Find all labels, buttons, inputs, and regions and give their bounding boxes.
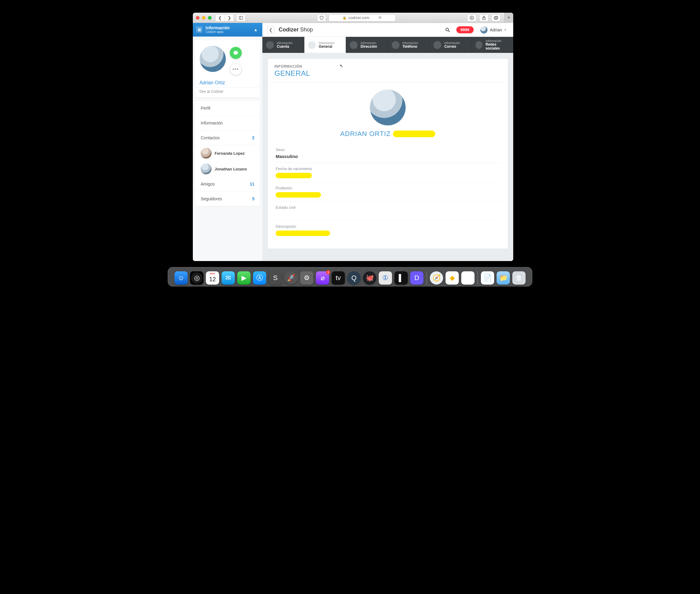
- minimize-window-button[interactable]: [202, 16, 205, 20]
- more-button[interactable]: •••: [230, 63, 242, 75]
- sidebar-icon: [239, 16, 243, 20]
- tab-icon: [434, 41, 441, 49]
- notification-badge[interactable]: 9999: [456, 26, 474, 33]
- nav-amigos[interactable]: Amigos 11: [195, 177, 260, 192]
- dock-siri[interactable]: ◎: [190, 271, 203, 285]
- profile-avatar[interactable]: [199, 45, 226, 72]
- redacted-surname: [393, 131, 435, 137]
- redacted-value: [276, 192, 321, 198]
- download-icon: [470, 16, 474, 20]
- back-button[interactable]: ❮: [267, 26, 275, 34]
- chevron-up-icon: ▲: [252, 27, 259, 32]
- tab-correo[interactable]: InformaciónCorreo: [430, 37, 472, 53]
- privacy-report-button[interactable]: [317, 14, 326, 22]
- tab-overline: Información: [319, 41, 335, 45]
- tab-label: Correo: [444, 45, 460, 48]
- new-tab-button[interactable]: +: [504, 13, 513, 23]
- field-value: [276, 211, 500, 217]
- field-value: Masculino: [276, 154, 500, 159]
- tab-icon: [392, 41, 400, 49]
- dock-1password[interactable]: ①: [379, 271, 392, 285]
- info-panel: INFORMACIÓN GENERAL ADRIAN ORTIZ: [268, 59, 508, 249]
- field-label: Estado civil: [276, 205, 500, 210]
- share-button[interactable]: [479, 14, 488, 22]
- tab-overline: Información: [403, 41, 418, 45]
- tab-cuenta[interactable]: InformaciónCuenta: [262, 37, 305, 53]
- profile-role: Dev at Codizer: [195, 88, 260, 94]
- nav-seguidores[interactable]: Seguidores 5: [195, 192, 260, 206]
- sidebar-header[interactable]: ▦ Información Codizer apps ▲: [193, 23, 262, 37]
- nav-forward-button[interactable]: ❯: [225, 14, 234, 21]
- profile-name[interactable]: Adrian Ortiz: [195, 75, 260, 88]
- tab-redes[interactable]: InformaciónRedes sociales: [472, 37, 513, 53]
- tab-direccion[interactable]: InformaciónDirección: [346, 37, 388, 53]
- dock-github[interactable]: 🐙: [363, 271, 376, 285]
- dock-facetime[interactable]: ▶: [237, 271, 251, 285]
- contact-row[interactable]: Jonathan Lozano: [195, 161, 260, 177]
- search-button[interactable]: [443, 25, 452, 34]
- tab-icon: [475, 41, 483, 49]
- dock-messages[interactable]: ✉: [222, 271, 235, 285]
- tab-overline: Información: [277, 41, 293, 45]
- chevron-left-icon: ❮: [269, 28, 273, 32]
- dock-downloads[interactable]: 📁: [497, 271, 510, 285]
- field-fecha: Fecha de nacimiento: [275, 163, 501, 182]
- svg-point-6: [446, 28, 448, 31]
- hero-name: ADRIAN ORTIZ: [340, 130, 391, 138]
- nav-seguidores-count: 5: [252, 196, 254, 201]
- dock-calendar[interactable]: NOV 12: [206, 271, 219, 285]
- field-label: Profesión: [276, 186, 500, 190]
- tab-label: General: [319, 45, 335, 48]
- tab-general[interactable]: InformaciónGeneral: [305, 37, 346, 53]
- dock-quicktime[interactable]: Q: [347, 271, 360, 285]
- svg-rect-4: [494, 17, 497, 19]
- sidebar-toggle-button[interactable]: [236, 14, 246, 22]
- contact-row[interactable]: Fernanda Lopez: [195, 145, 260, 161]
- tabs-button[interactable]: [491, 14, 501, 22]
- dock-podcasts[interactable]: ⌀1: [316, 271, 329, 285]
- url-bar[interactable]: 🔒 codizer.com ⟳: [328, 14, 396, 22]
- lock-icon: 🔒: [343, 16, 347, 20]
- dock-terminal[interactable]: ▌: [394, 271, 408, 285]
- nav-contactos-count: 2: [252, 135, 254, 140]
- svg-rect-5: [495, 16, 498, 19]
- chat-icon: [233, 50, 238, 56]
- info-tabs: InformaciónCuenta InformaciónGeneral Inf…: [262, 37, 513, 53]
- page-title-rest: Shop: [298, 27, 313, 33]
- tab-telefono[interactable]: InformaciónTeléfono: [388, 37, 430, 53]
- nav-back-button[interactable]: ❮: [216, 14, 225, 21]
- dock-separator: [478, 271, 478, 285]
- dock-appletv[interactable]: tv: [331, 271, 345, 285]
- nav-informacion[interactable]: Información: [195, 116, 260, 131]
- dock-settings[interactable]: ⚙: [300, 271, 313, 285]
- dock-trash[interactable]: 🗑: [512, 271, 526, 285]
- dock-sketch[interactable]: ◆: [446, 271, 459, 285]
- hero: ADRIAN ORTIZ: [275, 90, 501, 138]
- ellipsis-icon: •••: [233, 67, 239, 72]
- downloads-button[interactable]: [467, 14, 476, 22]
- content-scroll[interactable]: INFORMACIÓN GENERAL ADRIAN ORTIZ: [262, 53, 513, 261]
- dock-appstore[interactable]: Ⓐ: [253, 271, 266, 285]
- tabs-icon: [494, 16, 498, 20]
- dock-launchpad[interactable]: 🚀: [284, 271, 298, 285]
- reload-icon[interactable]: ⟳: [378, 15, 382, 20]
- sidebar: ▦ Información Codizer apps ▲: [193, 23, 262, 261]
- browser-window: ❮ ❯ 🔒 codizer.com ⟳: [193, 13, 513, 261]
- zoom-window-button[interactable]: [208, 16, 212, 20]
- page-title: Codizer Shop: [279, 27, 313, 33]
- contact-name: Fernanda Lopez: [215, 151, 245, 156]
- dock-sublime[interactable]: S: [269, 271, 282, 285]
- dock-dash[interactable]: D: [410, 271, 423, 285]
- nav-perfil[interactable]: Perfil: [195, 101, 260, 116]
- dock-safari[interactable]: 🧭: [430, 271, 443, 285]
- dock-app[interactable]: ✦: [461, 271, 475, 285]
- user-menu[interactable]: Adrian ▾: [478, 25, 508, 35]
- apps-icon: ▦: [196, 26, 202, 33]
- message-button[interactable]: [230, 47, 242, 59]
- close-window-button[interactable]: [196, 16, 199, 20]
- dock-finder[interactable]: ☺: [174, 271, 188, 285]
- nav-contactos[interactable]: Contactos 2: [195, 131, 260, 145]
- sidebar-subtitle: Codizer apps: [205, 30, 249, 34]
- hero-avatar: [370, 90, 406, 126]
- dock-document[interactable]: 📄: [481, 271, 494, 285]
